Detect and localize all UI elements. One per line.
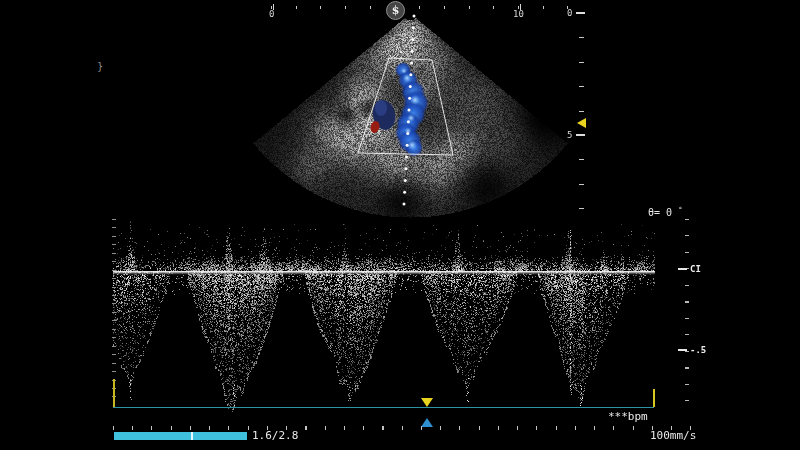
velocity-scale-lower-dash [678,349,687,351]
focus-arrow-icon[interactable] [577,118,586,128]
strip-right-marker [653,389,655,407]
orientation-marker: } [97,62,103,72]
probe-logo-icon: $ [386,1,405,20]
velocity-scale-baseline-dash [678,268,687,270]
depth-ruler-ticks [579,13,584,210]
cine-progress-bar[interactable] [114,432,247,440]
width-ruler-ticks [271,6,581,9]
spectral-left-ruler [112,219,116,405]
angle-unit: ° [678,206,682,214]
measurement-readout: 1.6/2.8 [252,430,298,441]
depth-ruler-label-0: 0 [567,9,572,18]
spectral-bottom-line [113,407,654,408]
angle-prefix: θ= [648,207,660,218]
cine-progress-divider [191,432,193,440]
ultrasound-screen: $ } 0 10 0 5 θ= 0 ° CI -.5 ***bpm 100mm/… [0,0,800,450]
velocity-scale-baseline-label: CI [690,265,701,274]
angle-value: 0 [666,207,672,218]
velocity-scale-lower-label: -.5 [690,346,706,355]
heart-rate-readout: ***bpm [608,411,648,422]
width-ruler-label-start: 0 [269,10,274,19]
spectral-doppler-trace [110,215,660,415]
bmode-sector-image[interactable] [250,0,610,230]
depth-ruler-dash-0 [576,12,585,14]
sweep-marker-top-icon[interactable] [421,398,433,407]
width-ruler-label-end: 10 [513,10,524,19]
velocity-scale-ticks [685,219,689,401]
sweep-speed-readout: 100mm/s [650,430,696,441]
angle-readout: θ= 0 ° [648,205,682,218]
timeline-ticks [113,426,691,430]
strip-left-marker [113,379,115,407]
depth-ruler-dash-5 [576,134,585,136]
depth-ruler-label-5: 5 [567,131,572,140]
